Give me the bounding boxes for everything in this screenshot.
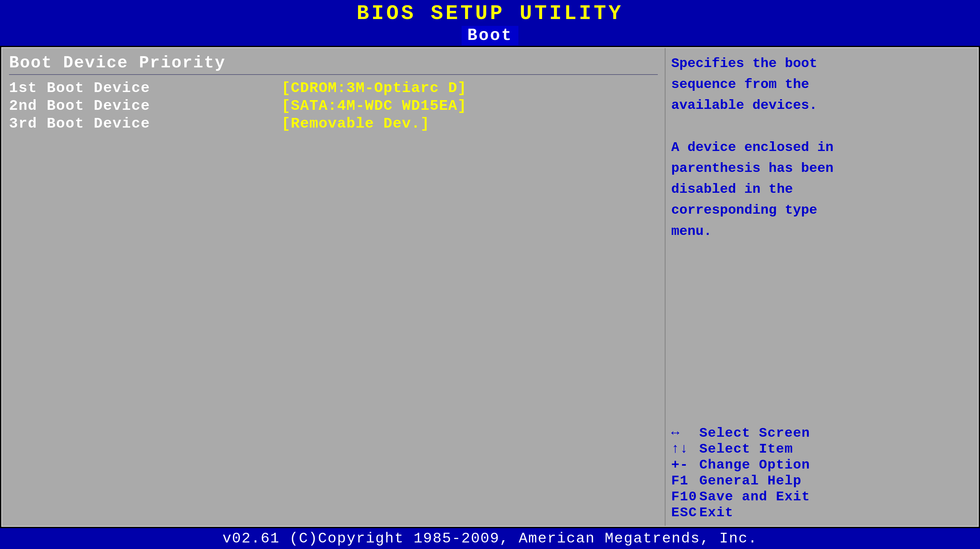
boot-value-2: [SATA:4M-WDC WD15EA] [282, 98, 467, 114]
key-desc-f1: General Help [699, 473, 802, 489]
key-desc-esc: Exit [699, 505, 733, 520]
key-f10: F10 [671, 489, 699, 504]
key-desc-select-screen: Select Screen [699, 425, 810, 441]
key-legend: ↔ Select Screen ↑↓ Select Item +- Change… [671, 425, 972, 521]
key-desc-change-option: Change Option [699, 457, 810, 473]
key-row-select-screen: ↔ Select Screen [671, 425, 972, 441]
key-f1: F1 [671, 473, 699, 489]
section-title: Boot Device Priority [9, 54, 658, 72]
help-text: Specifies the boot sequence from the ava… [671, 53, 972, 242]
boot-item-2[interactable]: 2nd Boot Device [SATA:4M-WDC WD15EA] [9, 98, 658, 114]
key-row-select-item: ↑↓ Select Item [671, 441, 972, 457]
key-esc: ESC [671, 505, 699, 520]
bios-title: BIOS SETUP UTILITY [0, 2, 980, 25]
key-row-f1: F1 General Help [671, 473, 972, 489]
bios-screen: BIOS SETUP UTILITY Boot Boot Device Prio… [0, 0, 980, 549]
key-row-change-option: +- Change Option [671, 457, 972, 473]
key-arrows-ud: ↑↓ [671, 441, 699, 457]
main-content: Boot Device Priority 1st Boot Device [CD… [1, 47, 979, 527]
top-bar: BIOS SETUP UTILITY Boot [0, 0, 980, 46]
boot-label-3: 3rd Boot Device [9, 115, 282, 132]
key-arrows-lr: ↔ [671, 425, 699, 441]
left-panel: Boot Device Priority 1st Boot Device [CD… [2, 48, 666, 526]
boot-label-2: 2nd Boot Device [9, 98, 282, 114]
boot-item-3[interactable]: 3rd Boot Device [Removable Dev.] [9, 115, 658, 132]
boot-value-1: [CDROM:3M-Optiarc D] [282, 80, 467, 96]
bottom-bar: v02.61 (C)Copyright 1985-2009, American … [0, 528, 980, 549]
key-plus-minus: +- [671, 457, 699, 473]
section-divider [9, 74, 658, 75]
right-panel: Specifies the boot sequence from the ava… [666, 48, 978, 526]
bios-subtitle: Boot [461, 26, 518, 45]
boot-item-1[interactable]: 1st Boot Device [CDROM:3M-Optiarc D] [9, 80, 658, 96]
boot-label-1: 1st Boot Device [9, 80, 282, 96]
boot-value-3: [Removable Dev.] [282, 115, 430, 132]
copyright: v02.61 (C)Copyright 1985-2009, American … [0, 530, 980, 547]
key-row-f10: F10 Save and Exit [671, 489, 972, 504]
key-desc-f10: Save and Exit [699, 489, 810, 504]
key-row-esc: ESC Exit [671, 505, 972, 520]
key-desc-select-item: Select Item [699, 441, 793, 457]
